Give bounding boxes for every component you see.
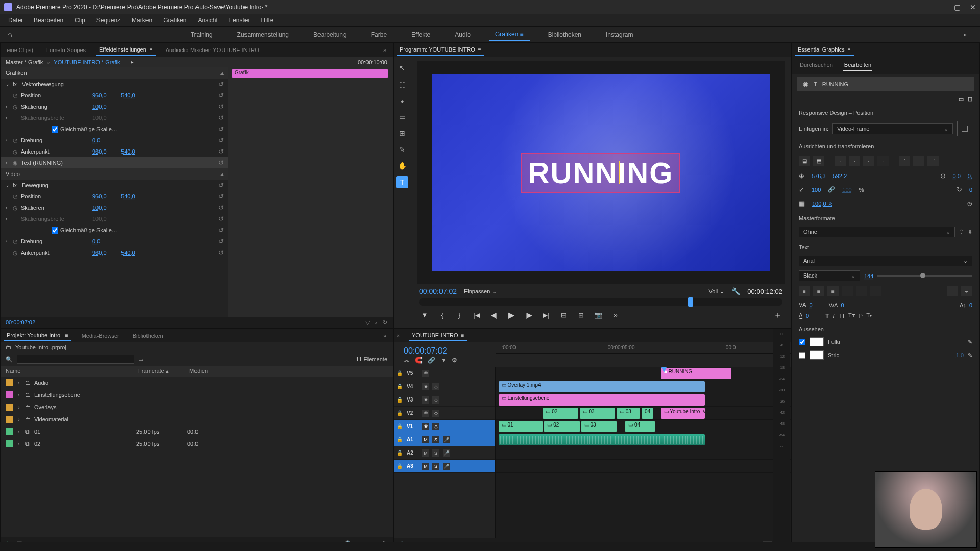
effect-current-tc[interactable]: 00:00:07:02 [6, 319, 35, 325]
stopwatch-icon[interactable]: ◷ [13, 205, 21, 211]
mark-out-button[interactable]: } [454, 309, 465, 320]
align-middle-icon[interactable]: ⫞ [849, 156, 860, 166]
eyedropper-icon[interactable]: ✎ [968, 352, 972, 359]
menu-bearbeiten[interactable]: Bearbeiten [29, 16, 68, 25]
tracking-value[interactable]: 0 [810, 302, 813, 308]
sync-lock-icon[interactable]: ◇ [432, 383, 439, 390]
eg-scale[interactable]: 100 [812, 187, 821, 193]
voice-over-icon[interactable]: 🎤 [443, 449, 450, 457]
quality-select[interactable]: Voll ⌄ [709, 288, 725, 295]
track-header-a2[interactable]: 🔒 A2 M S 🎤 [394, 446, 495, 460]
mute-button[interactable]: M [422, 463, 429, 470]
smallcaps-icon[interactable]: Tᴛ [848, 312, 855, 319]
track-header-v1[interactable]: 🔒 V1 👁 ◇ [394, 420, 495, 433]
prop-skalierung-value[interactable]: 100,0 [92, 104, 118, 110]
fx-text-running[interactable]: ›◉Text (RUNNING)↺ [1, 157, 228, 168]
menu-grafiken[interactable]: Grafiken [158, 16, 191, 25]
prop-anker2-x[interactable]: 960,0 [92, 249, 118, 256]
stopwatch-icon[interactable]: ◷ [13, 249, 21, 256]
eyedropper-icon[interactable]: ✎ [968, 339, 972, 345]
toggle-output-icon[interactable]: 👁 [422, 423, 429, 430]
eg-tab-edit[interactable]: Bearbeiten [843, 60, 872, 71]
sync-lock-icon[interactable]: ◇ [432, 396, 439, 404]
text-align-left-icon[interactable]: ≡ [799, 286, 810, 296]
project-row[interactable]: › 🗀 Overlays [1, 401, 393, 413]
program-current-tc[interactable]: 00:00:07:02 [419, 287, 457, 295]
menu-sequenz[interactable]: Sequenz [91, 16, 126, 25]
expand-icon[interactable]: › [18, 404, 25, 410]
eg-opacity[interactable]: 100,0 % [812, 201, 832, 207]
direct-select-tool[interactable]: ⬚ [396, 78, 408, 90]
prop-anker-y[interactable]: 540,0 [121, 148, 146, 155]
master-clip-label[interactable]: Master * Grafik [6, 59, 43, 65]
fill-checkbox[interactable] [799, 339, 805, 345]
prop-position-y[interactable]: 540,0 [121, 92, 146, 98]
distribute-h-icon[interactable]: ⋮ [899, 156, 910, 166]
project-row[interactable]: › ⧉ 01 25,00 fps 00:0 [1, 425, 393, 438]
reset-icon[interactable]: ↺ [218, 193, 224, 200]
button-editor-icon[interactable]: ＋ [773, 309, 782, 321]
visibility-icon[interactable]: ◉ [13, 160, 21, 166]
eg-tab-browse[interactable]: Durchsuchen [799, 60, 834, 71]
prop-pos2-x[interactable]: 960,0 [92, 193, 118, 199]
reset-icon[interactable]: ↺ [218, 126, 224, 133]
timeline-ruler[interactable]: :00:00 00:00:05:00 00:0 [496, 342, 791, 354]
col-name[interactable]: Name [6, 368, 138, 374]
reset-icon[interactable]: ↺ [218, 249, 224, 256]
track-header-v4[interactable]: 🔒 V4 👁 ◇ [394, 380, 495, 393]
lock-icon[interactable]: 🔒 [397, 437, 404, 442]
lock-icon[interactable]: 🔒 [397, 463, 404, 469]
reset-icon[interactable]: ↺ [218, 182, 224, 189]
prop-skalieren-value[interactable]: 100,0 [92, 205, 118, 211]
voice-over-icon[interactable]: 🎤 [443, 463, 450, 470]
text-justify-2-icon[interactable]: ≣ [856, 286, 867, 296]
panel-menu-icon[interactable]: ≡ [478, 47, 481, 53]
maximize-button[interactable]: ▢ [954, 3, 961, 11]
stopwatch-icon[interactable]: ◷ [967, 200, 972, 207]
text-justify-icon[interactable]: ≣ [842, 286, 853, 296]
lift-button[interactable]: ⊟ [558, 309, 569, 320]
prop-drehung-value[interactable]: 0,0 [92, 137, 118, 143]
prop-anker-x[interactable]: 960,0 [92, 148, 118, 155]
stroke-width[interactable]: 1,0 [956, 352, 964, 358]
scrubber-head[interactable] [688, 297, 693, 307]
col-framerate[interactable]: Framerate ▴ [138, 368, 189, 374]
eg-pos-y[interactable]: 592,2 [833, 173, 847, 179]
loop-icon[interactable]: ↻ [383, 319, 387, 326]
go-to-in-button[interactable]: |◀ [471, 309, 482, 320]
workspace-bibliotheken[interactable]: Bibliotheken [542, 29, 587, 40]
mute-button[interactable]: M [422, 436, 429, 443]
playhead-marker-icon[interactable]: ▸ [131, 59, 134, 65]
font-family-select[interactable]: Arial⌄ [799, 256, 972, 266]
eg-master-select[interactable]: Ohne⌄ [799, 227, 955, 237]
superscript-icon[interactable]: T² [858, 313, 863, 319]
stopwatch-icon[interactable]: ◷ [13, 92, 21, 99]
title-text-overlay[interactable]: RUNNING [521, 153, 681, 193]
tab-media-browser[interactable]: Media-Browser [79, 331, 122, 341]
eg-layer-running[interactable]: ◉ T RUNNING [797, 77, 974, 91]
expand-icon[interactable]: › [18, 416, 25, 422]
lock-icon[interactable]: 🔒 [397, 423, 404, 429]
close-nested-icon[interactable]: × [397, 333, 402, 339]
panel-menu-icon[interactable]: ≡ [461, 333, 464, 338]
new-layer-icon[interactable]: ▭ [959, 96, 964, 103]
eg-anch-x[interactable]: 0,0 [953, 173, 961, 179]
group-icon[interactable]: ⊞ [968, 96, 972, 103]
baseline-value[interactable]: 0 [806, 313, 809, 319]
clip-audio-1[interactable] [499, 434, 705, 445]
solo-button[interactable]: S [432, 436, 439, 443]
font-size-value[interactable]: 144 [864, 273, 873, 279]
menu-hilfe[interactable]: Hilfe [256, 16, 279, 25]
reset-icon[interactable]: ↺ [218, 159, 224, 166]
eg-pin-select[interactable]: Video-Frame⌄ [832, 123, 953, 134]
stroke-checkbox[interactable] [799, 352, 805, 359]
stopwatch-icon[interactable]: ◷ [13, 193, 21, 200]
tab-project[interactable]: Projekt: Youtube Intro-≡ [4, 330, 71, 341]
sync-lock-icon[interactable]: ◇ [432, 423, 439, 430]
lock-icon[interactable]: 🔒 [397, 450, 404, 456]
tab-sequence[interactable]: YOUTUBE INTRO≡ [409, 330, 467, 341]
eg-pos-x[interactable]: 576,3 [812, 173, 826, 179]
track-header-v5[interactable]: 🔒 V5 👁 [394, 367, 495, 380]
menu-datei[interactable]: Datei [3, 16, 28, 25]
program-scrubber[interactable] [419, 298, 782, 306]
